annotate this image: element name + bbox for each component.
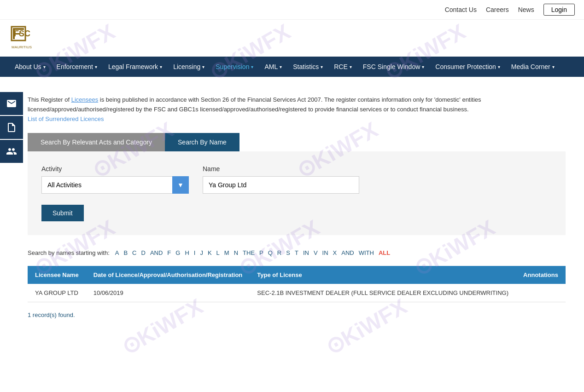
nav-legal-framework[interactable]: Legal Framework ▾	[103, 57, 168, 77]
cell-licensee-name: YA GROUP LTD	[28, 284, 86, 302]
search-row: Activity All Activities ▼ Name	[41, 165, 552, 194]
alpha-I[interactable]: I	[193, 249, 197, 257]
description-text: This Register of Licensees is being publ…	[28, 95, 566, 115]
tab-acts-category[interactable]: Search By Relevant Acts and Category	[28, 133, 165, 151]
alpha-AND1[interactable]: AND	[149, 249, 164, 257]
results-table: Licensee Name Date of Licence/Approval/A…	[28, 266, 566, 302]
alpha-B[interactable]: B	[123, 249, 128, 257]
table-header-row: Licensee Name Date of Licence/Approval/A…	[28, 266, 566, 284]
alpha-Q[interactable]: Q	[267, 249, 274, 257]
tab-search-by-name[interactable]: Search By Name	[165, 133, 239, 151]
nav-supervision[interactable]: Supervision ▾	[210, 57, 259, 77]
logo-area: FSC MAURITIUS	[9, 24, 46, 52]
alpha-X[interactable]: X	[332, 249, 338, 257]
legal-arrow: ▾	[160, 64, 162, 69]
cp-arrow: ▾	[498, 64, 500, 69]
description-block: This Register of Licensees is being publ…	[28, 95, 566, 124]
col-licensee-name: Licensee Name	[28, 266, 86, 284]
cell-annotations	[516, 284, 566, 302]
alpha-WITH[interactable]: WITH	[358, 249, 375, 257]
submit-button[interactable]: Submit	[41, 205, 84, 221]
activity-label: Activity	[41, 165, 189, 173]
alpha-A[interactable]: A	[114, 249, 120, 257]
activity-select[interactable]: All Activities	[41, 176, 189, 194]
news-link[interactable]: News	[518, 6, 534, 13]
about-us-arrow: ▾	[43, 64, 46, 69]
supervision-arrow: ▾	[251, 64, 253, 69]
alpha-P[interactable]: P	[258, 249, 264, 257]
nav-about-us[interactable]: About Us ▾	[9, 57, 51, 77]
main-nav: About Us ▾ Enforcement ▾ Legal Framework…	[0, 57, 584, 77]
alpha-N[interactable]: N	[233, 249, 239, 257]
records-found: 1 record(s) found.	[28, 311, 566, 318]
fsw-arrow: ▾	[422, 64, 424, 69]
alpha-V[interactable]: V	[313, 249, 319, 257]
alpha-AND2[interactable]: AND	[340, 249, 355, 257]
login-button[interactable]: Login	[543, 4, 575, 16]
sidebar-group-icon[interactable]	[0, 140, 23, 163]
name-group: Name	[203, 165, 359, 194]
search-area: Activity All Activities ▼ Name Submit	[28, 151, 566, 235]
table-body: YA GROUP LTD 10/06/2019 SEC-2.1B INVESTM…	[28, 284, 566, 302]
alpha-ALL[interactable]: ALL	[378, 249, 391, 257]
statistics-arrow: ▾	[321, 64, 323, 69]
alpha-R[interactable]: R	[276, 249, 282, 257]
contact-us-link[interactable]: Contact Us	[445, 6, 477, 13]
fsc-logo: FSC MAURITIUS	[9, 24, 46, 52]
alpha-G[interactable]: G	[175, 249, 181, 257]
nav-media-corner[interactable]: Media Corner ▾	[506, 57, 560, 77]
nav-enforcement[interactable]: Enforcement ▾	[51, 57, 103, 77]
sidebar	[0, 92, 23, 163]
main-content: This Register of Licensees is being publ…	[0, 77, 584, 337]
document-icon	[6, 122, 17, 133]
sidebar-email-icon[interactable]	[0, 92, 23, 115]
alpha-THE[interactable]: THE	[242, 249, 256, 257]
nav-fsc-single-window[interactable]: FSC Single Window ▾	[357, 57, 430, 77]
careers-link[interactable]: Careers	[486, 6, 509, 13]
col-annotations: Annotations	[516, 266, 566, 284]
nav-statistics[interactable]: Statistics ▾	[287, 57, 328, 77]
enforcement-arrow: ▾	[95, 64, 97, 69]
alpha-K[interactable]: K	[207, 249, 213, 257]
alpha-C[interactable]: C	[131, 249, 137, 257]
alpha-L[interactable]: L	[216, 249, 221, 257]
col-type-license: Type of License	[250, 266, 516, 284]
rce-arrow: ▾	[350, 64, 352, 69]
aml-arrow: ▾	[280, 64, 282, 69]
surrendered-licences-link[interactable]: List of Surrendered Licences	[28, 115, 104, 122]
svg-rect-4	[13, 33, 20, 35]
col-date: Date of Licence/Approval/Authorisation/R…	[86, 266, 250, 284]
alpha-IN1[interactable]: IN	[302, 249, 310, 257]
svg-rect-3	[13, 28, 24, 30]
group-icon	[6, 146, 17, 157]
table-row: YA GROUP LTD 10/06/2019 SEC-2.1B INVESTM…	[28, 284, 566, 302]
alpha-IN2[interactable]: IN	[321, 249, 329, 257]
alpha-T[interactable]: T	[294, 249, 299, 257]
svg-text:MAURITIUS: MAURITIUS	[12, 45, 32, 49]
alpha-prefix: Search by names starting with:	[28, 249, 110, 256]
alpha-H[interactable]: H	[184, 249, 190, 257]
alpha-M[interactable]: M	[223, 249, 230, 257]
nav-consumer-protection[interactable]: Consumer Protection ▾	[430, 57, 506, 77]
header: FSC MAURITIUS	[0, 20, 584, 57]
nav-rce[interactable]: RCE ▾	[328, 57, 357, 77]
licensing-arrow: ▾	[202, 64, 204, 69]
name-label: Name	[203, 165, 359, 173]
mc-arrow: ▾	[552, 64, 555, 69]
top-bar: Contact Us Careers News Login	[0, 0, 584, 20]
activity-select-wrapper: All Activities ▼	[41, 176, 189, 194]
licensees-link[interactable]: Licensees	[71, 96, 99, 103]
nav-aml[interactable]: AML ▾	[259, 57, 287, 77]
email-icon	[6, 98, 17, 109]
cell-date: 10/06/2019	[86, 284, 250, 302]
alpha-F[interactable]: F	[166, 249, 172, 257]
nav-licensing[interactable]: Licensing ▾	[168, 57, 210, 77]
alpha-D[interactable]: D	[140, 249, 146, 257]
alpha-search: Search by names starting with: A B C D A…	[28, 249, 566, 257]
sidebar-document-icon[interactable]	[0, 116, 23, 139]
alpha-J[interactable]: J	[199, 249, 204, 257]
alpha-S[interactable]: S	[285, 249, 291, 257]
search-tabs: Search By Relevant Acts and Category Sea…	[28, 133, 566, 151]
name-input[interactable]	[203, 176, 359, 194]
table-header: Licensee Name Date of Licence/Approval/A…	[28, 266, 566, 284]
